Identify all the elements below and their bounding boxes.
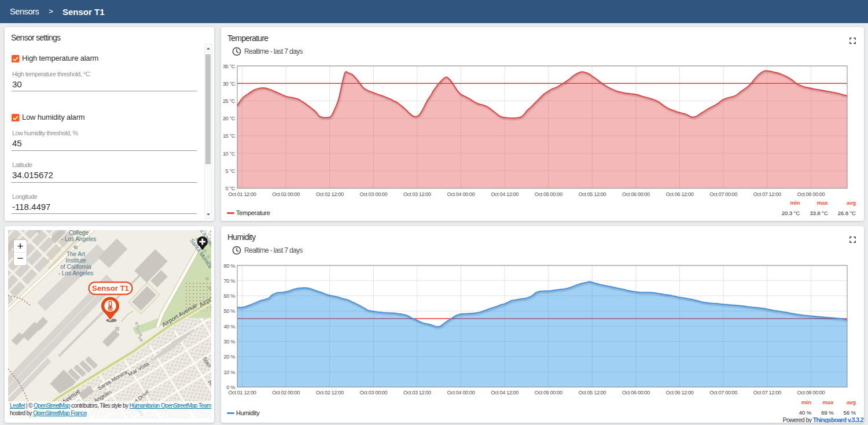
svg-text:30 °C: 30 °C: [223, 81, 236, 87]
svg-text:Oct 08 00:00: Oct 08 00:00: [797, 390, 825, 396]
svg-text:of California: of California: [60, 264, 91, 270]
svg-text:Oct 03 12:00: Oct 03 12:00: [403, 390, 431, 396]
svg-text:- Los Angeles: - Los Angeles: [61, 236, 97, 242]
svg-text:10 %: 10 %: [224, 369, 236, 375]
svg-text:Oct 02 12:00: Oct 02 12:00: [316, 191, 344, 197]
svg-text:35 °C: 35 °C: [223, 64, 236, 69]
svg-text:Oct 05 00:00: Oct 05 00:00: [535, 191, 562, 197]
svg-text:5 °C: 5 °C: [226, 168, 236, 174]
svg-text:25 °C: 25 °C: [223, 98, 236, 104]
svg-text:Oct 02 00:00: Oct 02 00:00: [272, 191, 300, 197]
svg-text:30 %: 30 %: [224, 339, 236, 345]
svg-text:- Los Angeles: - Los Angeles: [58, 270, 94, 276]
svg-text:0 %: 0 %: [226, 385, 235, 390]
svg-text:80 %: 80 %: [224, 263, 236, 269]
svg-text:50 %: 50 %: [224, 308, 236, 314]
svg-text:Sensor T1: Sensor T1: [92, 284, 129, 293]
svg-text:20 °C: 20 °C: [223, 116, 236, 121]
svg-text:Oct 07 12:00: Oct 07 12:00: [753, 390, 781, 396]
svg-text:40 %: 40 %: [224, 324, 236, 330]
svg-text:Oct 01 12:00: Oct 01 12:00: [229, 390, 256, 396]
svg-text:Oct 05 12:00: Oct 05 12:00: [578, 191, 606, 197]
svg-text:60 %: 60 %: [224, 293, 236, 299]
svg-text:Oct 02 00:00: Oct 02 00:00: [272, 390, 300, 396]
svg-text:Oct 06 00:00: Oct 06 00:00: [622, 191, 650, 197]
svg-text:Oct 06 00:00: Oct 06 00:00: [622, 390, 650, 396]
svg-text:Oct 03 00:00: Oct 03 00:00: [359, 191, 387, 197]
svg-text:Oct 04 00:00: Oct 04 00:00: [447, 390, 475, 396]
svg-text:Oct 07 12:00: Oct 07 12:00: [753, 191, 781, 197]
svg-text:The Art: The Art: [67, 251, 85, 257]
svg-text:70 %: 70 %: [224, 278, 236, 284]
svg-text:College: College: [69, 230, 89, 236]
svg-text:Oct 04 00:00: Oct 04 00:00: [447, 191, 475, 197]
svg-text:Oct 07 00:00: Oct 07 00:00: [709, 191, 737, 197]
svg-text:Oct 03 00:00: Oct 03 00:00: [359, 390, 387, 396]
svg-text:20 %: 20 %: [224, 354, 236, 360]
svg-text:Oct 08 00:00: Oct 08 00:00: [797, 191, 825, 197]
svg-text:Oct 01 12:00: Oct 01 12:00: [229, 191, 256, 197]
svg-text:Oct 06 12:00: Oct 06 12:00: [666, 390, 694, 396]
svg-text:Oct 03 12:00: Oct 03 12:00: [403, 191, 431, 197]
svg-text:15 °C: 15 °C: [223, 133, 236, 139]
svg-text:Oct 06 12:00: Oct 06 12:00: [666, 191, 694, 197]
svg-text:Oct 02 12:00: Oct 02 12:00: [316, 390, 344, 396]
svg-text:松: 松: [74, 245, 78, 249]
svg-text:Oct 05 12:00: Oct 05 12:00: [578, 390, 606, 396]
svg-text:Oct 04 12:00: Oct 04 12:00: [491, 390, 518, 396]
svg-text:Oct 04 12:00: Oct 04 12:00: [491, 191, 518, 197]
svg-text:Oct 05 00:00: Oct 05 00:00: [535, 390, 562, 396]
svg-text:Oct 07 00:00: Oct 07 00:00: [709, 390, 737, 396]
svg-text:Institute: Institute: [65, 257, 86, 264]
svg-text:10 °C: 10 °C: [223, 151, 236, 157]
svg-text:0 °C: 0 °C: [226, 186, 236, 191]
